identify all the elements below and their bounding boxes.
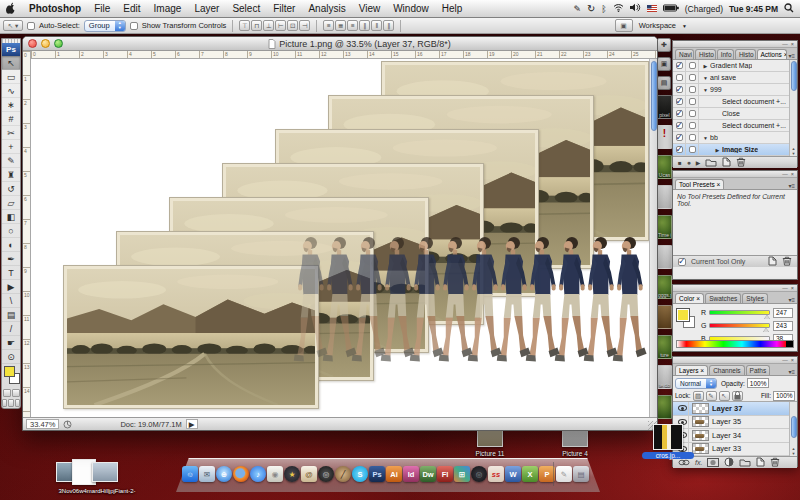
tool-presets-panel-menu-icon[interactable]: ▾≡ [788,182,795,189]
play-action-button[interactable]: ▶ [696,159,701,166]
type-tool[interactable]: T [2,266,20,280]
healing-brush-tool[interactable]: + [2,140,20,154]
action-include-cell[interactable] [673,144,686,155]
foreground-color-swatch[interactable] [4,366,15,377]
current-tool-only-checkbox[interactable] [678,258,686,266]
go-to-bridge-button[interactable]: ▣ [615,19,633,32]
canvas[interactable] [31,59,649,417]
standard-screen-button[interactable] [2,399,7,407]
color-spectrum-ramp[interactable] [676,340,794,348]
ink-menu-icon[interactable]: ✎ [573,4,581,14]
action-dialog-cell[interactable] [686,120,699,131]
begin-recording-button[interactable]: ● [687,159,691,166]
desktop-side-file-7[interactable] [657,305,672,329]
scroll-arrows[interactable]: ▲▼ [790,146,797,156]
actions-scrollbar[interactable]: ▲▼ [789,60,797,156]
dock-icon-trash[interactable]: ▤ [573,466,589,482]
action-dialog-cell[interactable] [686,60,699,71]
desktop-side-file-0[interactable]: pixel [657,95,672,119]
delete-layer-button[interactable] [770,457,780,468]
distribute-button-0[interactable]: ≡ [323,20,334,31]
dock-icon-photoshop[interactable]: Ps [369,466,385,482]
zoom-tool[interactable]: ⊙ [2,350,20,364]
collapsed-panel-icon-1[interactable]: ▣ [657,57,671,71]
zoom-percent-field[interactable]: 33.47% [26,419,59,429]
action-dialog-checkbox[interactable] [689,110,696,117]
adjustment-layer-button[interactable] [724,457,734,468]
desktop-side-file-10[interactable] [657,395,672,419]
actions-tab-info[interactable]: Info [717,49,734,59]
dock-icon-garageband[interactable]: ╱ [335,466,351,482]
desktop-icon-cros[interactable]: cros.jp... [642,424,694,459]
scroll-arrows[interactable]: ▲▼ [790,446,797,456]
blur-tool[interactable]: ○ [2,224,20,238]
menu-file[interactable]: File [94,3,110,14]
menu-help[interactable]: Help [442,3,463,14]
desktop-side-file-9[interactable]: te.do [657,365,672,389]
fill-field[interactable]: 100% [773,391,795,401]
bluetooth-icon[interactable]: ᛒ [601,4,606,14]
workspace-label[interactable]: Workspace [639,21,676,30]
action-dialog-cell[interactable] [686,84,699,95]
tool-presets-tab-tool presets[interactable]: Tool Presets × [675,179,724,189]
desktop-file-label[interactable]: 3Nov06w4mardHilljpjFiant-2- [52,488,142,494]
color-panel-menu-icon[interactable]: ▾≡ [788,296,795,303]
spotlight-icon[interactable] [784,3,794,15]
action-include-cell[interactable] [673,72,686,83]
action-dialog-checkbox[interactable] [689,62,696,69]
scrollbar-thumb[interactable] [791,416,797,438]
layers-tab-layers[interactable]: Layers × [675,365,708,375]
dock-icon-indesign[interactable]: Id [403,466,419,482]
doc-size-label[interactable]: Doc: 19.0M/77.1M [120,420,181,429]
action-dialog-cell[interactable] [686,144,699,155]
action-include-checkbox[interactable] [676,134,683,141]
dock-icon-ink-notes[interactable]: ss [488,466,504,482]
foreground-color-swatch[interactable] [676,308,690,322]
layer-name[interactable]: Layer 35 [712,417,741,426]
dock-icon-firefox[interactable] [233,466,249,482]
action-include-cell[interactable] [673,132,686,143]
distribute-button-2[interactable]: ≡ [347,20,358,31]
channel-value-field[interactable]: 243 [773,321,793,331]
standard-mode-button[interactable] [3,389,11,397]
slice-tool[interactable]: ✂ [2,126,20,140]
action-dialog-checkbox[interactable] [689,86,696,93]
menu-clock[interactable]: Tue 9:45 PM [729,4,778,14]
actions-tab-histo[interactable]: Histo [695,49,716,59]
new-preset-button[interactable] [768,256,777,267]
dock-icon-textedit[interactable]: ✎ [556,466,572,482]
align-button-1[interactable]: ⊓ [251,20,262,31]
action-toggle-icon[interactable]: ▼ [701,75,710,81]
show-transform-controls-checkbox[interactable] [130,22,138,30]
brush-tool[interactable]: ✎ [2,154,20,168]
layers-panel-menu-icon[interactable]: ▾≡ [788,368,795,375]
pen-tool[interactable]: ✒ [2,252,20,266]
quick-selection-tool[interactable]: ∗ [2,98,20,112]
scrollbar-thumb[interactable] [791,61,797,91]
slider-thumb[interactable] [763,328,769,332]
eye-icon[interactable] [678,405,687,411]
workspace-dropdown-arrow-icon[interactable]: ▼ [682,23,687,29]
dock-icon-excel[interactable]: X [522,466,538,482]
action-include-checkbox[interactable] [676,122,683,129]
dock-icon-iphoto[interactable]: ◉ [267,466,283,482]
minimize-panel-icon[interactable]: — [782,358,788,363]
menu-edit[interactable]: Edit [123,3,140,14]
action-dialog-checkbox[interactable] [689,134,696,141]
close-panel-icon[interactable]: × [791,42,794,47]
desktop-side-file-5[interactable] [657,245,672,269]
layer-visibility-cell[interactable] [676,402,689,415]
spectrum-black-cell[interactable] [786,341,793,347]
auto-select-mode-dropdown[interactable]: Group ▲▼ [84,20,126,32]
actions-tab-navi[interactable]: Navi [675,49,694,59]
menu-image[interactable]: Image [154,3,182,14]
layer-name[interactable]: Layer 33 [712,444,741,453]
add-layer-mask-button[interactable] [707,458,719,468]
action-dialog-checkbox[interactable] [689,98,696,105]
new-action-set-button[interactable] [705,158,717,168]
close-panel-icon[interactable]: × [791,172,794,177]
zoom-window-button[interactable] [54,39,63,48]
layer-row-layer-37[interactable]: Layer 37 [673,402,797,416]
shape-tool[interactable]: \ [2,294,20,308]
menu-photoshop[interactable]: Photoshop [29,3,81,14]
